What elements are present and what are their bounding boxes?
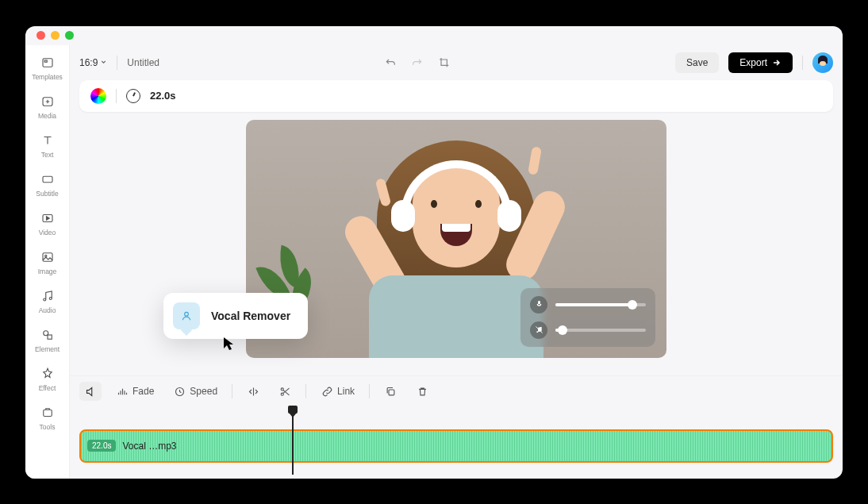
duration-value: 22.0s [150, 90, 176, 102]
svg-rect-1 [44, 60, 47, 62]
link-tool[interactable]: Link [316, 382, 359, 401]
crop-button[interactable] [436, 55, 452, 71]
divider [116, 89, 117, 103]
sidebar-item-media[interactable]: Media [25, 90, 69, 123]
canvas-area: Vocal Remover [70, 112, 843, 375]
music-volume-slider[interactable] [555, 329, 646, 332]
tooltip-label: Vocal Remover [211, 310, 290, 322]
speed-tool[interactable]: Speed [168, 382, 222, 401]
cursor-icon [222, 336, 236, 352]
copy-tool[interactable] [379, 382, 401, 401]
sidebar-item-label: Tools [40, 423, 56, 431]
tools-icon [40, 405, 56, 421]
sidebar-item-label: Effect [39, 384, 56, 392]
aspect-ratio-label: 16:9 [79, 57, 98, 68]
text-icon [40, 133, 56, 148]
audio-clip[interactable]: 22.0s Vocal …mp3 [79, 429, 833, 463]
export-button[interactable]: Export [728, 52, 793, 73]
image-icon [40, 249, 56, 265]
svg-rect-11 [43, 410, 52, 416]
aspect-ratio-selector[interactable]: 16:9 [79, 57, 107, 68]
copy-icon [384, 385, 397, 398]
sidebar-item-image[interactable]: Image [25, 246, 69, 279]
close-window-icon[interactable] [36, 31, 45, 40]
user-avatar[interactable] [812, 52, 833, 73]
divider [232, 384, 232, 398]
sidebar-item-text[interactable]: Text [25, 129, 69, 162]
fade-tool[interactable]: Fade [111, 382, 159, 401]
infobar: 22.0s [79, 80, 833, 112]
timeline[interactable]: 22.0s Vocal …mp3 [70, 407, 843, 479]
divider [305, 384, 306, 398]
svg-point-12 [536, 331, 538, 333]
svg-point-7 [43, 298, 45, 301]
sidebar-item-label: Subtitle [36, 190, 58, 198]
scissors-icon [278, 385, 291, 398]
save-button[interactable]: Save [675, 52, 719, 73]
volume-panel [520, 288, 655, 347]
templates-icon [40, 55, 56, 71]
svg-rect-10 [48, 335, 52, 339]
sidebar-item-label: Element [35, 345, 60, 353]
color-picker-icon[interactable] [90, 88, 106, 104]
maximize-window-icon[interactable] [65, 31, 74, 40]
video-icon [40, 210, 56, 226]
sidebar-item-tools[interactable]: Tools [25, 402, 69, 434]
cut-tool[interactable] [274, 382, 296, 401]
clip-duration-badge: 22.0s [87, 440, 116, 452]
undo-button[interactable] [382, 55, 398, 71]
playhead[interactable] [292, 407, 294, 475]
mic-icon [530, 296, 547, 314]
divider [802, 56, 803, 70]
sidebar-item-subtitle[interactable]: Subtitle [25, 168, 69, 201]
volume-icon [84, 385, 97, 398]
mic-volume-slider[interactable] [555, 303, 646, 306]
trash-icon [416, 385, 428, 398]
svg-point-16 [281, 393, 283, 395]
person-icon [173, 302, 200, 329]
export-label: Export [739, 57, 767, 68]
redo-button[interactable] [409, 55, 425, 71]
svg-point-13 [185, 312, 189, 316]
chevron-down-icon [100, 59, 107, 66]
arrow-right-icon [772, 58, 782, 67]
tool-label: Speed [190, 386, 217, 397]
minimize-window-icon[interactable] [51, 31, 60, 40]
flip-icon [247, 385, 259, 398]
sidebar-item-audio[interactable]: Audio [25, 285, 69, 317]
volume-tool[interactable] [79, 382, 102, 401]
divider [117, 56, 117, 70]
delete-tool[interactable] [411, 382, 433, 401]
app-window: Templates Media Text Subtitle Video Imag… [25, 26, 843, 479]
svg-rect-3 [43, 176, 52, 183]
effect-icon [40, 366, 56, 382]
svg-rect-0 [43, 58, 52, 67]
media-icon [40, 94, 56, 110]
tool-label: Fade [133, 386, 154, 397]
clip-toolbar: Fade Speed Link [70, 375, 843, 407]
video-preview[interactable] [246, 120, 666, 358]
project-title[interactable]: Untitled [127, 57, 159, 68]
sidebar: Templates Media Text Subtitle Video Imag… [25, 45, 70, 479]
sidebar-item-effect[interactable]: Effect [25, 363, 69, 395]
svg-point-8 [49, 297, 52, 299]
music-mute-icon [530, 321, 547, 339]
svg-rect-5 [43, 252, 52, 261]
flip-tool[interactable] [242, 382, 264, 401]
sidebar-item-video[interactable]: Video [25, 207, 69, 240]
sidebar-item-element[interactable]: Element [25, 324, 69, 356]
fade-icon [116, 385, 129, 398]
titlebar [25, 26, 843, 45]
sidebar-item-label: Templates [32, 73, 63, 81]
sidebar-item-label: Audio [39, 306, 56, 314]
sidebar-item-templates[interactable]: Templates [25, 52, 69, 84]
sidebar-item-label: Media [38, 112, 56, 120]
waveform [81, 431, 832, 461]
divider [369, 384, 370, 398]
sidebar-item-label: Video [39, 229, 56, 237]
topbar: 16:9 Untitled Save Export [70, 45, 843, 80]
vocal-remover-tooltip[interactable]: Vocal Remover [163, 293, 308, 339]
clock-icon [126, 89, 140, 103]
audio-icon [40, 288, 56, 304]
element-icon [40, 327, 56, 343]
